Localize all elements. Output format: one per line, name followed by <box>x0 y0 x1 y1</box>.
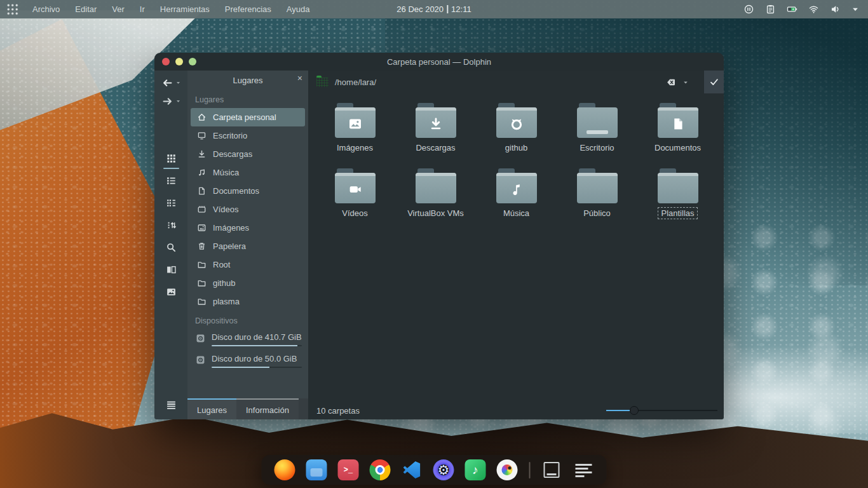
forward-arrow-icon <box>161 95 173 107</box>
places-item-label: Escritorio <box>213 131 247 140</box>
files-app-icon[interactable] <box>306 459 327 480</box>
task-switcher-icon[interactable] <box>573 459 594 480</box>
folder-label: Público <box>581 208 613 219</box>
details-view-icon[interactable] <box>166 175 177 186</box>
settings-icon[interactable]: ⚙ <box>433 459 454 480</box>
media-pause-icon[interactable] <box>743 4 754 15</box>
folder-icon <box>416 168 456 203</box>
folder-label: Imágenes <box>334 142 376 153</box>
folder-label: Descargas <box>413 142 458 153</box>
folder-item[interactable]: github <box>476 103 557 168</box>
titlebar[interactable]: Carpeta personal — Dolphin <box>154 53 724 71</box>
places-item[interactable]: Música <box>191 163 305 182</box>
folder-item[interactable]: Plantillas <box>637 168 718 234</box>
folder-item[interactable]: Imágenes <box>315 103 395 168</box>
menu-item[interactable]: Ayuda <box>287 4 310 14</box>
dolphin-window: Carpeta personal — Dolphin <box>154 53 724 419</box>
places-panel-title: Lugares <box>187 76 308 85</box>
places-item-label: Vídeos <box>213 205 238 214</box>
back-button[interactable] <box>161 77 181 89</box>
status-text: 10 carpetas <box>316 406 360 416</box>
folder-label: Documentos <box>652 142 703 153</box>
search-icon[interactable] <box>166 242 177 253</box>
sort-icon[interactable] <box>166 220 177 231</box>
menu-item[interactable]: Editar <box>75 4 97 14</box>
dock-divider[interactable] <box>529 459 531 480</box>
global-menu: ArchivoEditarVerIrHerramientasPreferenci… <box>32 4 309 14</box>
hamburger-menu-icon[interactable] <box>165 400 177 410</box>
show-desktop-icon[interactable] <box>541 459 562 480</box>
zoom-slider[interactable] <box>606 405 717 416</box>
wifi-icon[interactable] <box>808 4 819 15</box>
back-history-caret-icon[interactable] <box>175 80 181 86</box>
clipboard-icon[interactable] <box>765 4 776 15</box>
volume-icon[interactable] <box>830 4 841 15</box>
disk-usage-bar <box>212 345 302 346</box>
device-item[interactable]: Disco duro de 410.7 GiB <box>187 329 308 351</box>
places-item[interactable]: plasma <box>191 292 305 311</box>
paint-app-icon[interactable] <box>497 459 518 480</box>
menu-item[interactable]: Ver <box>112 4 125 14</box>
music-app-icon[interactable]: ♪ <box>465 459 486 480</box>
accept-location-button[interactable] <box>704 71 724 93</box>
places-item[interactable]: Descargas <box>191 145 305 163</box>
location-bar[interactable]: /home/lara/ <box>308 71 724 93</box>
places-item[interactable]: Carpeta personal <box>191 108 305 126</box>
folder-item[interactable]: Descargas <box>395 103 476 168</box>
zoom-slider-handle[interactable] <box>630 406 639 415</box>
location-path[interactable]: /home/lara/ <box>335 78 376 87</box>
folder-label: Vídeos <box>339 208 370 219</box>
folder-icon <box>416 103 456 138</box>
places-item[interactable]: Root <box>191 255 305 274</box>
forward-history-caret-icon[interactable] <box>175 98 181 104</box>
places-item[interactable]: Vídeos <box>191 200 305 219</box>
menu-item[interactable]: Preferencias <box>225 4 271 14</box>
device-label: Disco duro de 410.7 GiB <box>212 332 302 342</box>
clear-location-icon[interactable] <box>666 77 677 88</box>
folder-item[interactable]: Documentos <box>637 103 718 168</box>
folder-item[interactable]: Música <box>476 168 557 234</box>
places-item[interactable]: Papelera <box>191 237 305 255</box>
close-panel-icon[interactable]: × <box>297 74 302 83</box>
places-item[interactable]: Documentos <box>191 182 305 200</box>
forward-button[interactable] <box>161 95 181 107</box>
location-dropdown-icon[interactable] <box>682 79 689 86</box>
split-view-icon[interactable] <box>166 264 177 275</box>
vscode-icon[interactable] <box>402 459 423 480</box>
folder-icon <box>658 103 698 138</box>
home-folder-icon <box>316 78 329 87</box>
places-item-icon <box>197 186 207 196</box>
folder-item[interactable]: VirtualBox VMs <box>395 168 476 234</box>
terminal-icon[interactable]: >_ <box>338 459 359 480</box>
folder-item[interactable]: Escritorio <box>557 103 637 168</box>
chevron-down-icon[interactable] <box>851 6 859 13</box>
clock[interactable]: 26 Dec 2020 12:11 <box>397 4 471 14</box>
device-item[interactable]: Disco duro de 50.0 GiB <box>187 351 308 372</box>
battery-icon[interactable] <box>787 4 797 15</box>
folder-item[interactable]: Vídeos <box>315 168 395 234</box>
folder-item[interactable]: Público <box>557 168 637 234</box>
panel-tab[interactable]: Información <box>236 398 299 419</box>
places-item-label: Descargas <box>213 149 252 159</box>
icons-view-icon[interactable] <box>166 153 177 164</box>
menu-item[interactable]: Ir <box>140 4 145 14</box>
chrome-icon[interactable] <box>370 459 391 480</box>
places-item[interactable]: Imágenes <box>191 219 305 237</box>
menu-item[interactable]: Herramientas <box>160 4 210 14</box>
places-item[interactable]: github <box>191 274 305 292</box>
compact-view-icon[interactable] <box>166 198 177 208</box>
panel-tab[interactable]: Lugares <box>187 398 236 419</box>
menu-item[interactable]: Archivo <box>32 4 60 14</box>
places-item-label: Imágenes <box>213 223 249 233</box>
firefox-icon[interactable] <box>275 459 295 480</box>
back-arrow-icon <box>161 77 173 89</box>
preview-icon[interactable] <box>166 287 177 297</box>
folder-label: VirtualBox VMs <box>405 208 466 219</box>
app-launcher-icon[interactable] <box>6 3 18 15</box>
places-item[interactable]: Escritorio <box>191 126 305 145</box>
disk-icon <box>195 333 206 344</box>
places-item-icon <box>197 149 207 159</box>
places-item-label: Carpeta personal <box>213 112 276 122</box>
places-section-label: Lugares <box>187 90 308 108</box>
places-item-label: Papelera <box>213 241 246 251</box>
